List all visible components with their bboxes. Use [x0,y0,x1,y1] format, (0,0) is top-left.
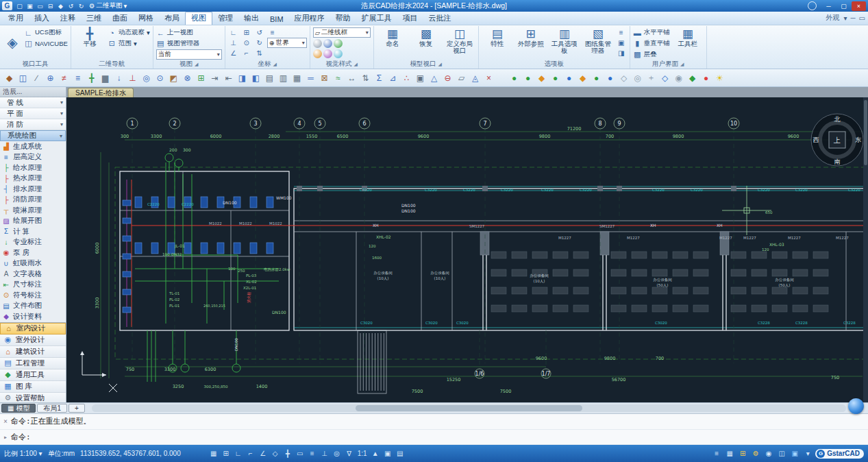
status-right-icon-3[interactable]: ⚙ [750,448,761,459]
ribbon-option-icon-0[interactable]: ▾ [843,14,847,22]
tab-model[interactable]: ▦ 模型 [1,404,36,413]
ribbon-tab-1[interactable]: 插入 [29,12,55,25]
app-logo-icon[interactable]: G [2,1,12,10]
pan-button[interactable]: ╋平移 [74,27,106,47]
status-toggle-2[interactable]: ∟ [233,448,244,459]
tab-layout1[interactable]: 布局1 [37,404,67,413]
toolbar-icon-25[interactable]: ↔ [345,71,358,85]
toolbar-icon-24[interactable]: ≈ [332,71,345,85]
toolbar-icon-20[interactable]: ▥ [277,71,290,85]
sidebar-module-3[interactable]: ▤工程管理 [0,358,66,369]
status-toggle-11[interactable]: ∇ [344,448,355,459]
ucs-combo[interactable]: ⊕世界▾ [267,38,307,48]
status-right-icon-0[interactable]: ≡ [711,448,722,459]
ribbon-tab-3[interactable]: 三维 [81,12,107,25]
viewport-tool-icon[interactable]: ◈ [3,27,22,58]
toolbar-icon-0[interactable]: ◆ [3,71,16,85]
vertical-scrollbar-thumb[interactable] [864,100,867,165]
toolbar-plugin-icon-8[interactable]: ◇ [617,71,630,85]
ribbon-tab-0[interactable]: 常用 [3,12,29,25]
ribbon-tab-2[interactable]: 注释 [55,12,81,25]
drawing-canvas[interactable]: 123456789101/61/7 3003300600028001550650… [66,97,868,402]
toolbar-plugin-icon-7[interactable]: ● [604,71,617,85]
ucs-b-button[interactable]: ⊥ [228,38,239,47]
horizontal-scrollbar-thumb[interactable] [356,405,582,411]
status-toggle-8[interactable]: ≡ [307,448,318,459]
visual-style-combo[interactable]: ▱二维线框▾ [313,27,371,38]
appearance-menu[interactable]: 外观 [826,13,839,23]
toolbar-plugin-icon-1[interactable]: ● [521,71,534,85]
cad-drawing[interactable]: 123456789101/61/7 3003300600028001550650… [66,97,868,402]
account-icon[interactable] [808,1,817,10]
close-icon[interactable]: × [0,417,11,425]
toolbar-icon-14[interactable]: ⊞ [195,71,208,85]
status-toggle-10[interactable]: ◎ [332,448,343,459]
toolbar-icon-30[interactable]: ▣ [414,71,427,85]
status-toggle-12[interactable]: 1:1 [356,448,369,459]
quick-access-icon-4[interactable]: ◆ [55,1,66,11]
sidebar-item-4[interactable]: ┤排水原理 [0,184,66,195]
sidebar-module-4[interactable]: ◆通用工具 [0,369,66,381]
sidebar-item-0[interactable]: ▟生成系统 [0,141,66,152]
dialog-launcher-icon[interactable]: ◢ [438,62,441,67]
sidebar-item-5[interactable]: ├消防原理 [0,195,66,206]
view-manager-button[interactable]: ▤视图管理器 [156,38,222,49]
toolbar-icon-17[interactable]: ◨ [236,71,249,85]
status-toggle-4[interactable]: ∠ [258,448,269,459]
toolbar-plugin-icon-6[interactable]: ● [590,71,603,85]
visual-style-sphere-0[interactable] [313,39,322,48]
toolbar-plugin-icon-2[interactable]: ◆ [535,71,548,85]
toolbar-icon-23[interactable]: ⊠ [318,71,331,85]
status-toggle-3[interactable]: ⌐ [245,448,256,459]
toolbar-plugin-icon-10[interactable]: ＋ [645,71,658,85]
toolbar-icon-16[interactable]: ⇤ [222,71,235,85]
visual-style-sphere-4[interactable] [323,49,332,58]
toolbar-icon-13[interactable]: ⊗ [181,71,194,85]
sidebar-category-1[interactable]: 平 面▾ [0,108,66,119]
ribbon-tab-11[interactable]: 应用程序 [289,12,330,25]
toolbar-icon-32[interactable]: ⊖ [441,71,454,85]
compass-west[interactable]: 西 [813,136,819,143]
sidebar-module-1[interactable]: ◉室外设计 [0,335,66,346]
compass-north[interactable]: 北 [834,116,841,123]
toolbar-plugin-icon-3[interactable]: ● [549,71,562,85]
status-toggle-15[interactable]: ▤ [395,448,406,459]
compass-center[interactable]: 上 [833,136,841,144]
visual-style-sphere-2[interactable] [334,39,343,48]
navicube-toggle-button[interactable]: ◫NAVICUBE [24,38,68,49]
sidebar-item-13[interactable]: ⇤尺寸标注 [0,280,66,291]
palette-extra-2-button[interactable]: ▣ [616,38,627,47]
status-right-icon-1[interactable]: ▦ [724,448,735,459]
xref-palette-button[interactable]: ⊞外部参照 [515,27,547,47]
toolbar-icon-29[interactable]: ∴ [400,71,413,85]
toolbar-icon-5[interactable]: ≡ [71,71,84,85]
previous-view-button[interactable]: ←上一视图 [156,27,222,38]
quick-access-icon-1[interactable]: ▣ [25,1,35,11]
add-layout-button[interactable]: + [69,404,85,413]
restore-viewports-button[interactable]: ▩恢复 [410,27,442,47]
ribbon-tab-10[interactable]: BIM [264,14,289,25]
quick-access-icon-0[interactable]: ▢ [14,1,25,11]
toolbar-icon-10[interactable]: ◎ [140,71,153,85]
ucs-g-button[interactable]: ↺ [254,27,265,37]
gstarcad-brand[interactable]: G GstarCAD [815,449,864,459]
sidebar-item-12[interactable]: A文字表格 [0,269,66,280]
ribbon-tab-5[interactable]: 网格 [133,12,159,25]
define-layout-viewport-button[interactable]: ◫定义布局视口 [444,27,475,54]
palette-extra-1-button[interactable]: ≡ [616,27,627,37]
status-toggle-9[interactable]: ⊥ [319,448,330,459]
minimize-button[interactable]: ─ [821,1,836,11]
scale-dropdown[interactable]: 比例 1:100 ▾ [4,449,42,459]
toolbar-plugin-icon-15[interactable]: ☀ [713,71,726,85]
toolbar-icon-6[interactable]: ╋ [85,71,98,85]
current-view-combo[interactable]: 当前▾ [156,49,222,60]
tile-horizontal-button[interactable]: ▬水平平铺 [633,27,670,38]
toolbar-plugin-icon-4[interactable]: ● [562,71,575,85]
sidebar-category-2[interactable]: 消 防▾ [0,119,66,130]
ribbon-tab-15[interactable]: 云批注 [423,12,457,25]
toolbar-plugin-icon-12[interactable]: ◉ [672,71,685,85]
tile-vertical-button[interactable]: ▮垂直平铺 [633,38,670,49]
toolbar-icon-35[interactable]: × [482,71,495,85]
visual-style-sphere-5[interactable] [334,49,343,58]
compass-south[interactable]: 南 [834,158,841,165]
